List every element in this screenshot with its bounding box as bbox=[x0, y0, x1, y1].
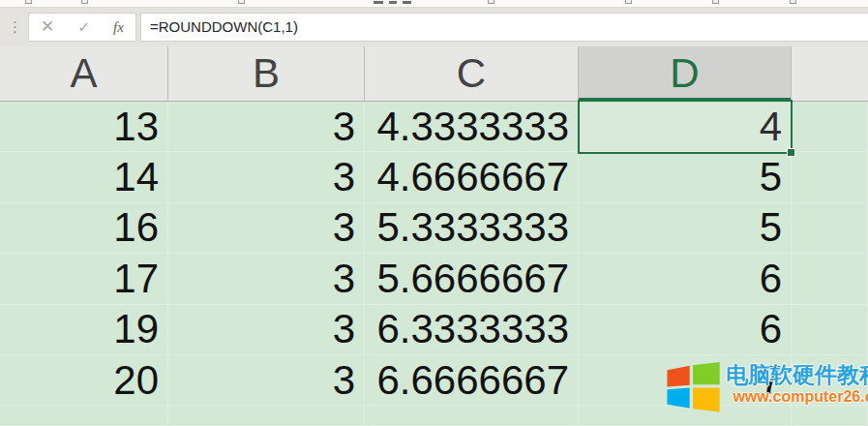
ribbon-dialog-launcher-icon bbox=[625, 0, 632, 4]
cell-c5[interactable]: 6.3333333 bbox=[365, 305, 579, 355]
cell-c6[interactable]: 6.6666667 bbox=[365, 355, 579, 406]
cell-a1[interactable]: 13 bbox=[0, 102, 168, 152]
excel-window: ⋮ ✕ ✓ fx =ROUNDDOWN(C1,1) A B C D 13 3 4… bbox=[0, 0, 868, 426]
column-header-b[interactable]: B bbox=[168, 46, 365, 101]
fill-handle[interactable] bbox=[787, 148, 795, 157]
cell-a6[interactable]: 20 bbox=[0, 355, 168, 406]
ribbon-dialog-launcher-icon bbox=[790, 0, 796, 4]
cell-b5[interactable]: 3 bbox=[168, 305, 365, 355]
cell-c4[interactable]: 5.6666667 bbox=[365, 254, 579, 304]
cell-d6[interactable]: 7 bbox=[579, 355, 792, 406]
cell-e4[interactable] bbox=[792, 254, 868, 304]
column-header-d[interactable]: D bbox=[579, 46, 792, 101]
formula-bar: ⋮ ✕ ✓ fx =ROUNDDOWN(C1,1) bbox=[0, 8, 868, 46]
cell-b1[interactable]: 3 bbox=[168, 102, 365, 152]
formula-input[interactable]: =ROUNDDOWN(C1,1) bbox=[140, 13, 868, 42]
ribbon-bottom-strip bbox=[0, 0, 868, 8]
cell-a4[interactable]: 17 bbox=[0, 254, 168, 304]
insert-function-icon[interactable]: fx bbox=[113, 14, 124, 41]
cell-a3[interactable]: 16 bbox=[0, 203, 168, 254]
cell-c1[interactable]: 4.3333333 bbox=[365, 102, 579, 152]
cell-d4[interactable]: 6 bbox=[579, 254, 792, 304]
enter-icon[interactable]: ✓ bbox=[77, 14, 90, 41]
cell-a2[interactable]: 14 bbox=[0, 152, 168, 202]
ribbon-dialog-launcher-icon bbox=[238, 0, 245, 4]
cell-e5[interactable] bbox=[792, 305, 868, 355]
column-header-a[interactable]: A bbox=[0, 46, 168, 101]
formula-bar-buttons: ✕ ✓ fx bbox=[28, 13, 136, 42]
ribbon-dialog-launcher-icon bbox=[488, 0, 494, 4]
cell-b4[interactable]: 3 bbox=[168, 254, 365, 304]
ribbon-label-fragment bbox=[374, 1, 383, 4]
cell-a7-partial[interactable] bbox=[0, 406, 168, 426]
cell-e1[interactable] bbox=[792, 102, 868, 152]
cell-b7-partial[interactable] bbox=[168, 406, 365, 426]
column-header-c[interactable]: C bbox=[365, 46, 579, 101]
cell-d1[interactable]: 4 bbox=[579, 102, 792, 152]
formula-bar-drag-handle[interactable]: ⋮ bbox=[8, 15, 21, 40]
cell-c7-partial[interactable] bbox=[365, 406, 579, 426]
cell-d3[interactable]: 5 bbox=[579, 203, 792, 254]
cell-b6[interactable]: 3 bbox=[168, 355, 365, 406]
cell-d5[interactable]: 6 bbox=[579, 305, 792, 355]
ribbon-dialog-launcher-icon bbox=[81, 0, 88, 4]
cell-b3[interactable]: 3 bbox=[168, 203, 365, 254]
cell-e2[interactable] bbox=[792, 152, 868, 202]
cell-c3[interactable]: 5.3333333 bbox=[365, 203, 579, 254]
column-header-row: A B C D bbox=[0, 46, 868, 102]
cancel-icon[interactable]: ✕ bbox=[41, 14, 54, 41]
ribbon-label-fragment bbox=[389, 1, 397, 4]
cell-e3[interactable] bbox=[792, 203, 868, 254]
worksheet-grid: 13 3 4.3333333 4 14 3 4.6666667 5 16 3 5… bbox=[0, 102, 868, 426]
cell-b2[interactable]: 3 bbox=[168, 152, 365, 202]
cell-e6[interactable] bbox=[792, 355, 868, 406]
cell-a5[interactable]: 19 bbox=[0, 305, 168, 355]
ribbon-dialog-launcher-icon bbox=[25, 0, 32, 4]
ribbon-label-fragment bbox=[403, 1, 411, 4]
cell-c2[interactable]: 4.6666667 bbox=[365, 152, 579, 202]
cell-e7-partial[interactable] bbox=[792, 406, 868, 426]
ribbon-dialog-launcher-icon bbox=[712, 0, 719, 4]
cell-d2[interactable]: 5 bbox=[579, 152, 792, 202]
column-header-e[interactable] bbox=[792, 46, 868, 101]
cell-d7-partial[interactable] bbox=[579, 406, 792, 426]
